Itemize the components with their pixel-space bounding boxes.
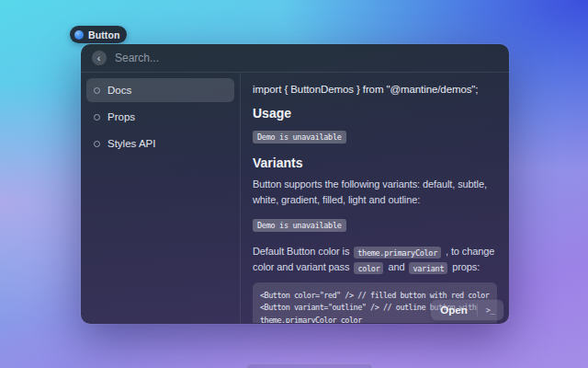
- color-note-text: Default Button color is: [253, 246, 349, 257]
- color-note-text: and: [388, 261, 404, 272]
- command-pill-label: Button: [88, 29, 119, 40]
- inline-code-theme-primarycolor: theme.primaryColor: [354, 247, 441, 259]
- sidebar-item-docs[interactable]: Docs: [86, 78, 234, 102]
- search-bar: ‹: [81, 44, 509, 73]
- inline-code-variant: variant: [409, 262, 447, 274]
- sidebar: Docs Props Styles API: [81, 73, 241, 323]
- search-input[interactable]: [115, 52, 498, 64]
- sidebar-item-label: Docs: [107, 85, 131, 96]
- demo-unavailable-badge: Demo is unavailable: [253, 131, 346, 144]
- mantine-logo-icon: [74, 30, 84, 40]
- sidebar-item-label: Styles API: [107, 138, 155, 149]
- chevron-left-icon: ‹: [97, 52, 101, 64]
- inline-code-color: color: [354, 262, 383, 274]
- demo-unavailable-badge: Demo is unavailable: [253, 219, 346, 232]
- circle-icon: [94, 87, 100, 94]
- sidebar-item-styles-api[interactable]: Styles API: [86, 132, 234, 155]
- back-button[interactable]: ‹: [92, 51, 107, 65]
- command-pill[interactable]: Button: [70, 26, 127, 43]
- docs-window: ‹ Docs Props Styles API import { ButtonD…: [81, 44, 509, 324]
- background-window-peek: [246, 363, 373, 368]
- sidebar-item-props[interactable]: Props: [86, 105, 234, 129]
- window-body: Docs Props Styles API import { ButtonDem…: [81, 73, 509, 323]
- open-button[interactable]: Open >_: [431, 300, 503, 320]
- terminal-prompt-key-icon: >_: [477, 304, 503, 316]
- circle-icon: [94, 141, 100, 147]
- open-button-label: Open: [431, 305, 476, 316]
- circle-icon: [94, 114, 100, 121]
- usage-heading: Usage: [253, 106, 497, 121]
- docs-content: import { ButtonDemos } from "@mantine/de…: [241, 73, 509, 323]
- sidebar-item-label: Props: [107, 111, 135, 122]
- import-statement: import { ButtonDemos } from "@mantine/de…: [253, 84, 497, 95]
- color-note-text: props:: [452, 261, 480, 272]
- color-note-paragraph: Default Button color is theme.primaryCol…: [253, 244, 497, 275]
- variants-description: Button supports the following variants: …: [253, 177, 497, 208]
- variants-heading: Variants: [253, 155, 497, 170]
